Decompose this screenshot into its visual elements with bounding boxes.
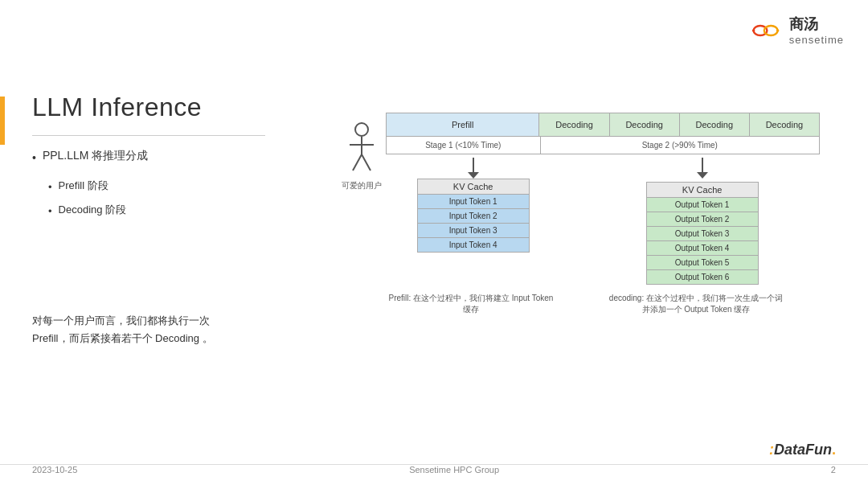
person-figure: 可爱的用户 [342, 122, 382, 191]
svg-line-7 [362, 154, 371, 171]
stage-table: Prefill Decoding Decoding Decoding Decod… [386, 113, 820, 315]
svg-point-3 [776, 29, 780, 32]
bullet-sub-1-text: Prefill 阶段 [59, 179, 108, 193]
svg-marker-9 [468, 172, 479, 179]
arrow-down-left [468, 158, 479, 179]
note-text: 对每一个用户而言，我们都将执行一次 Prefill，而后紧接着若干个 Decod… [32, 312, 213, 347]
footer-page: 2 [831, 465, 836, 475]
kv-left-item-4: Input Token 4 [417, 238, 530, 253]
kv-right-item-2: Output Token 2 [646, 212, 759, 227]
person-body-svg [348, 137, 375, 177]
annotations-row: Prefill: 在这个过程中，我们将建立 Input Token 缓存 dec… [386, 293, 820, 315]
stage-prefill-cell: Prefill [387, 113, 539, 136]
bullet-dot-sub2: • [48, 205, 52, 217]
stage-decoding2-cell: Decoding [610, 113, 680, 136]
bullet-main-text: PPL.LLM 将推理分成 [43, 149, 148, 163]
annotation-decoding-line1: decoding: 在这个过程中，我们将一次生成一个词 [572, 293, 820, 304]
kv-right-item-5: Output Token 5 [646, 256, 759, 270]
bullet-dot-main: • [32, 151, 36, 164]
footer: 2023-10-25 Sensetime HPC Group 2 [0, 464, 868, 475]
stage-label-row: Stage 1 (<10% Time) Stage 2 (>90% Time) [386, 137, 820, 154]
kv-right-item-3: Output Token 3 [646, 227, 759, 241]
stage-decoding4-cell: Decoding [750, 113, 819, 136]
annotation-decoding: decoding: 在这个过程中，我们将一次生成一个词 并添加一个 Output… [572, 293, 820, 315]
bullet-dot-sub1: • [48, 181, 52, 193]
person-label: 可爱的用户 [342, 180, 382, 191]
footer-center: Sensetime HPC Group [409, 465, 499, 475]
arrows-kv-row: KV Cache Input Token 1 Input Token 2 Inp… [386, 158, 820, 285]
bullet-sub-2: • Decoding 阶段 [48, 203, 281, 217]
kv-left-item-3: Input Token 3 [417, 224, 530, 238]
stage-label-1: Stage 1 (<10% Time) [387, 137, 541, 154]
left-kv-section: KV Cache Input Token 1 Input Token 2 Inp… [386, 158, 560, 285]
kv-left-item-1: Input Token 1 [417, 195, 530, 209]
kv-left-item-2: Input Token 2 [417, 209, 530, 224]
sensetime-label: sensetime [789, 34, 844, 46]
arrow-down-right [697, 158, 708, 179]
slide-title: LLM Inference [32, 92, 202, 122]
bullet-main: • PPL.LLM 将推理分成 [32, 149, 281, 164]
kv-right-item-6: Output Token 6 [646, 270, 759, 285]
svg-line-6 [353, 154, 362, 171]
footer-date: 2023-10-25 [32, 465, 77, 475]
title-divider [32, 135, 265, 136]
person-head [354, 122, 369, 137]
header-logo: 商汤 sensetime [746, 14, 844, 46]
svg-point-2 [752, 29, 755, 32]
stage-decoding3-cell: Decoding [680, 113, 750, 136]
kv-right-item-4: Output Token 4 [646, 241, 759, 256]
kv-right-item-1: Output Token 1 [646, 198, 759, 212]
kv-right-title: KV Cache [646, 182, 759, 198]
accent-bar [0, 97, 5, 145]
stage-label-2: Stage 2 (>90% Time) [541, 137, 819, 154]
kv-left-box: KV Cache Input Token 1 Input Token 2 Inp… [417, 179, 530, 253]
kv-left-title: KV Cache [417, 179, 530, 195]
datafun-logo: :DataFun. [769, 442, 836, 458]
annotation-decoding-line2: 并添加一个 Output Token 缓存 [572, 304, 820, 315]
bullet-sub-1: • Prefill 阶段 [48, 179, 281, 193]
note-line-2: Prefill，而后紧接着若干个 Decoding 。 [32, 330, 213, 347]
stage-row: Prefill Decoding Decoding Decoding Decod… [386, 113, 820, 137]
bullet-sub-2-text: Decoding 阶段 [59, 203, 127, 217]
right-kv-section: KV Cache Output Token 1 Output Token 2 O… [584, 158, 820, 285]
svg-marker-11 [697, 172, 708, 179]
left-content: • PPL.LLM 将推理分成 • Prefill 阶段 • Decoding … [32, 149, 281, 227]
kv-right-box: KV Cache Output Token 1 Output Token 2 O… [646, 182, 759, 285]
annotation-prefill: Prefill: 在这个过程中，我们将建立 Input Token 缓存 [386, 293, 556, 315]
sensetime-icon [746, 18, 784, 43]
stage-decoding1-cell: Decoding [539, 113, 609, 136]
note-line-1: 对每一个用户而言，我们都将执行一次 [32, 312, 213, 330]
